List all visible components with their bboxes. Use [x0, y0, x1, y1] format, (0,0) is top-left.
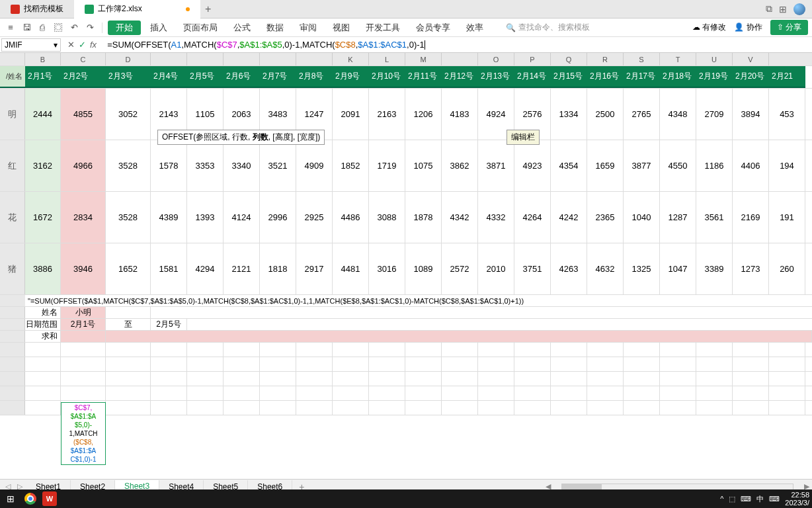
- window-layout-icon[interactable]: ⧉: [766, 3, 772, 15]
- windows-taskbar: ⊞ W ^ ⬚ ⌨ 中 ⌨ 22:582023/3/: [0, 489, 812, 508]
- menu-home[interactable]: 开始: [108, 21, 141, 35]
- ime-keyboard-icon[interactable]: ⌨: [769, 495, 780, 503]
- menu-insert[interactable]: 插入: [143, 22, 174, 34]
- tab-template[interactable]: 找稻壳模板: [0, 0, 74, 19]
- docer-icon: [11, 5, 20, 14]
- table-row: 花167228343528438913934124299629254486308…: [0, 192, 812, 243]
- redo-icon[interactable]: ↷: [83, 21, 97, 34]
- table-header-row: /姓名 2月1号 2月2号 2月3号 2月4号 2月5号 2月6号 2月7号 2…: [0, 66, 812, 89]
- menu-devtools[interactable]: 开发工具: [359, 22, 407, 34]
- active-cell[interactable]: [61, 331, 106, 342]
- menu-data[interactable]: 数据: [260, 22, 290, 34]
- window-tabbar: 找稻壳模板 工作簿2.xlsx + ⧉ ⊞: [0, 0, 812, 19]
- command-search[interactable]: 🔍 查找命令、搜索模板: [506, 22, 590, 33]
- param-row-date: 日期范围 2月1号 至 2月5号: [0, 319, 812, 331]
- menu-review[interactable]: 审阅: [293, 22, 323, 34]
- empty-row: [0, 386, 812, 401]
- globe-icon[interactable]: [793, 3, 805, 15]
- col-header[interactable]: C: [61, 53, 106, 65]
- collab-button[interactable]: 👤 协作: [734, 22, 762, 33]
- col-header[interactable]: B: [25, 53, 61, 65]
- table-row: 红316249663528157833533340352149091852171…: [0, 140, 812, 192]
- preview-icon[interactable]: ⿴: [52, 21, 65, 34]
- tab-label: 找稻壳模板: [24, 3, 63, 15]
- table-row: 明244448553052214311052063348312472091216…: [0, 89, 812, 140]
- menu-vip[interactable]: 会员专享: [409, 22, 457, 34]
- tray-volume-icon[interactable]: ⌨: [741, 495, 751, 503]
- param-row-sum: 求和: [0, 331, 812, 343]
- cancel-formula-button[interactable]: ✕: [67, 40, 75, 50]
- empty-row: [0, 372, 812, 386]
- table-row: 猪388639461652158142942121181829174481301…: [0, 243, 812, 295]
- param-row-name: 姓名 小明: [0, 307, 812, 319]
- name-box[interactable]: JMIF▾: [1, 38, 61, 52]
- menu-icon[interactable]: ≡: [4, 21, 17, 34]
- tray-network-icon[interactable]: ⬚: [729, 495, 735, 503]
- fx-icon[interactable]: fx: [90, 40, 97, 50]
- spreadsheet-grid[interactable]: OFFSET(参照区域, 行数, 列数, [高度], [宽度]) 编辑栏 B C…: [0, 53, 812, 479]
- save-icon[interactable]: 🖫: [20, 21, 33, 34]
- formula-input[interactable]: =SUM(OFFSET(A1,MATCH($C$7,$A$1:$A$5,0)-1…: [103, 40, 812, 50]
- share-button[interactable]: ⇧ 分享: [770, 20, 808, 35]
- empty-row: [0, 357, 812, 372]
- search-icon: 🔍: [506, 23, 516, 32]
- tab-label: 工作簿2.xlsx: [98, 3, 142, 15]
- menu-view[interactable]: 视图: [326, 22, 356, 34]
- col-header[interactable]: D: [106, 53, 151, 65]
- menu-formula[interactable]: 公式: [227, 22, 257, 34]
- accept-formula-button[interactable]: ✓: [79, 40, 86, 50]
- function-hint: OFFSET(参照区域, 行数, 列数, [高度], [宽度]): [157, 130, 325, 145]
- tray-chevron-icon[interactable]: ^: [720, 495, 723, 503]
- menu-layout[interactable]: 页面布局: [177, 22, 224, 34]
- empty-row: [0, 343, 812, 357]
- tooltip-editbar: 编辑栏: [507, 130, 540, 145]
- search-placeholder: 查找命令、搜索模板: [518, 22, 590, 33]
- changes-indicator[interactable]: ☁ 有修改: [692, 22, 726, 33]
- tab-add-button[interactable]: +: [200, 3, 216, 15]
- formula-bar: JMIF▾ ✕ ✓ fx =SUM(OFFSET(A1,MATCH($C$7,$…: [0, 37, 812, 53]
- select-all-corner[interactable]: [0, 53, 25, 65]
- column-headers: B C D K L M O P Q R S T U V: [0, 53, 812, 66]
- ribbon: ≡ 🖫 ⎙ ⿴ ↶ ↷ 开始 插入 页面布局 公式 数据 审阅 视图 开发工具 …: [0, 19, 812, 37]
- undo-icon[interactable]: ↶: [67, 21, 81, 34]
- ime-indicator[interactable]: 中: [756, 494, 764, 504]
- apps-icon[interactable]: ⊞: [779, 4, 787, 15]
- cell-edit-overlay[interactable]: $C$7, $A$1:$A $5,0)- 1,MATCH ($C$8, $A$1…: [61, 402, 106, 465]
- modified-dot-icon: [186, 7, 190, 11]
- clock[interactable]: 22:582023/3/: [785, 491, 809, 507]
- chrome-icon[interactable]: [22, 491, 38, 507]
- start-button[interactable]: ⊞: [3, 491, 19, 507]
- menu-efficiency[interactable]: 效率: [460, 22, 490, 34]
- text-cursor: [425, 40, 425, 50]
- horizontal-scrollbar[interactable]: [561, 484, 793, 490]
- formula-text-row: "=SUM(OFFSET($A$1,MATCH($C$7,$A$1:$A$5,0…: [0, 295, 812, 307]
- tab-workbook[interactable]: 工作簿2.xlsx: [74, 0, 200, 19]
- wps-icon[interactable]: W: [42, 491, 57, 506]
- sheet-icon: [85, 5, 94, 14]
- print-icon[interactable]: ⎙: [36, 21, 49, 34]
- empty-row: [0, 401, 812, 415]
